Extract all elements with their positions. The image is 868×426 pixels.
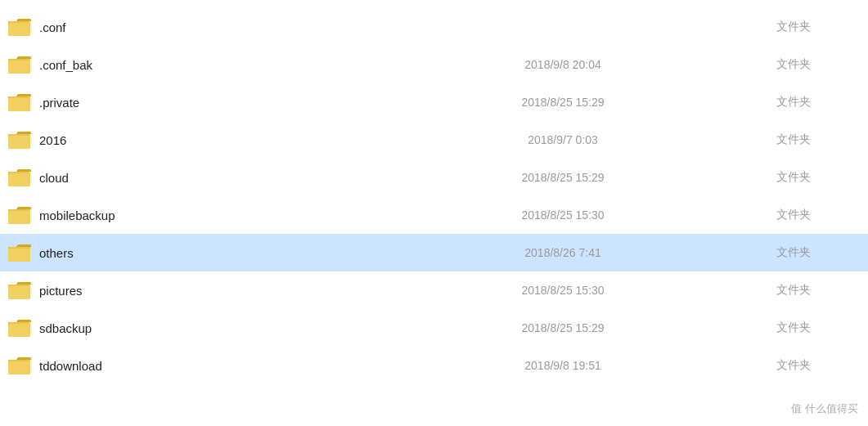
file-type: 文件夹 [677,170,860,185]
file-row-mobilebackup[interactable]: mobilebackup2018/8/25 15:30文件夹 [0,196,868,234]
folder-icon [8,130,31,150]
file-type: 文件夹 [677,245,860,260]
file-type: 文件夹 [677,208,860,222]
file-date: 2018/9/8 19:51 [448,359,677,372]
watermark: 值 什么值得买 [791,401,858,416]
folder-icon [8,168,31,187]
file-type: 文件夹 [677,132,860,147]
file-row-pictures[interactable]: pictures2018/8/25 15:30文件夹 [0,271,868,309]
file-row-private[interactable]: .private2018/8/25 15:29文件夹 [0,83,868,121]
folder-icon [8,280,31,300]
file-type: 文件夹 [677,283,860,298]
folder-icon [8,205,31,225]
file-name: cloud [39,171,448,185]
file-date: 2018/8/25 15:29 [448,321,677,334]
folder-icon [8,318,31,338]
file-date: 2018/8/25 15:29 [448,96,677,109]
file-name: .private [39,96,448,110]
file-name: mobilebackup [39,209,448,222]
file-date: 2018/8/25 15:30 [448,284,677,297]
file-name: .conf_bak [39,58,448,72]
file-name: others [39,246,448,260]
file-row-others[interactable]: others2018/8/26 7:41文件夹 [0,234,868,271]
file-type: 文件夹 [677,321,860,335]
folder-icon [8,356,31,375]
file-type: 文件夹 [677,20,860,34]
file-type: 文件夹 [677,57,860,72]
file-date: 2018/9/7 0:03 [448,133,677,146]
file-type: 文件夹 [677,95,860,110]
file-row-conf[interactable]: .conf文件夹 [0,8,868,46]
file-date: 2018/9/8 20:04 [448,58,677,71]
file-name: pictures [39,284,448,298]
file-row-tddownload[interactable]: tddownload2018/9/8 19:51文件夹 [0,347,868,384]
file-name: 2016 [39,133,448,147]
file-row-conf_bak[interactable]: .conf_bak2018/9/8 20:04文件夹 [0,46,868,83]
file-row-cloud[interactable]: cloud2018/8/25 15:29文件夹 [0,159,868,196]
file-type: 文件夹 [677,358,860,373]
folder-icon [8,243,31,262]
file-name: tddownload [39,359,448,373]
file-date: 2018/8/25 15:30 [448,209,677,222]
file-date: 2018/8/25 15:29 [448,171,677,184]
file-row-2016[interactable]: 20162018/9/7 0:03文件夹 [0,121,868,159]
file-row-sdbackup[interactable]: sdbackup2018/8/25 15:29文件夹 [0,309,868,347]
folder-icon [8,17,31,37]
file-date: 2018/8/26 7:41 [448,246,677,259]
file-list: .conf文件夹 .conf_bak2018/9/8 20:04文件夹 .pri… [0,0,868,392]
folder-icon [8,55,31,74]
file-name: .conf [39,20,448,34]
folder-icon [8,92,31,112]
file-name: sdbackup [39,321,448,335]
